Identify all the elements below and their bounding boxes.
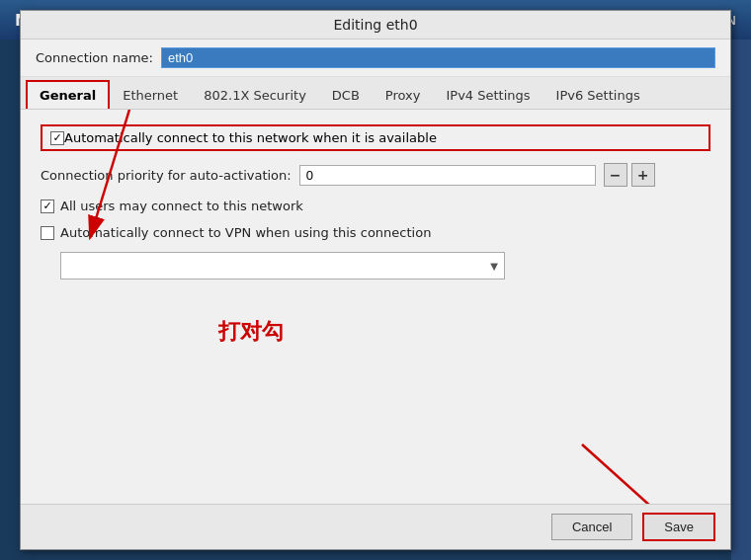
all-users-checkbox[interactable]: [41, 200, 54, 213]
connection-name-row: Connection name:: [21, 40, 730, 77]
dialog-footer: Cancel Save: [21, 504, 730, 549]
annotation-text: 打对勾: [218, 317, 284, 347]
dropdown-arrow-icon: ▼: [490, 261, 498, 272]
svg-line-3: [582, 444, 681, 504]
vpn-select[interactable]: ▼: [60, 252, 505, 280]
priority-input[interactable]: [299, 165, 596, 186]
tab-802x-security[interactable]: 802.1X Security: [191, 81, 319, 109]
priority-buttons: − +: [604, 163, 655, 187]
vpn-dropdown-row: ▼: [60, 252, 710, 280]
priority-row: Connection priority for auto-activation:…: [41, 163, 710, 187]
side-panel: [731, 40, 751, 560]
all-users-label: All users may connect to this network: [60, 199, 303, 213]
connection-name-label: Connection name:: [36, 50, 153, 65]
auto-connect-label: Automatically connect to this network wh…: [64, 130, 437, 145]
priority-increase-button[interactable]: +: [631, 163, 655, 187]
auto-connect-checkbox[interactable]: [50, 131, 64, 145]
priority-decrease-button[interactable]: −: [604, 163, 627, 187]
vpn-connect-row: Automatically connect to VPN when using …: [41, 225, 710, 240]
vpn-checkbox[interactable]: [41, 226, 54, 240]
connection-name-input[interactable]: [161, 47, 715, 68]
tab-proxy[interactable]: Proxy: [373, 81, 434, 109]
tab-ethernet[interactable]: Ethernet: [110, 81, 191, 109]
tabs-row: General Ethernet 802.1X Security DCB Pro…: [21, 77, 730, 110]
bottom-arrow-svg: [523, 435, 720, 504]
cancel-button[interactable]: Cancel: [551, 514, 632, 540]
tab-ipv4-settings[interactable]: IPv4 Settings: [433, 81, 542, 109]
vpn-label: Automatically connect to VPN when using …: [60, 225, 431, 240]
auto-connect-row: Automatically connect to this network wh…: [41, 124, 710, 151]
general-tab-content: Automatically connect to this network wh…: [21, 110, 730, 504]
priority-label: Connection priority for auto-activation:: [41, 168, 292, 183]
tab-general[interactable]: General: [26, 80, 110, 109]
save-button[interactable]: Save: [642, 513, 715, 541]
dialog-title: Editing eth0: [21, 11, 730, 40]
tab-ipv6-settings[interactable]: IPv6 Settings: [543, 81, 653, 109]
tab-dcb[interactable]: DCB: [319, 81, 373, 109]
all-users-row: All users may connect to this network: [41, 199, 710, 213]
editing-dialog: Editing eth0 Connection name: General Et…: [20, 10, 731, 550]
